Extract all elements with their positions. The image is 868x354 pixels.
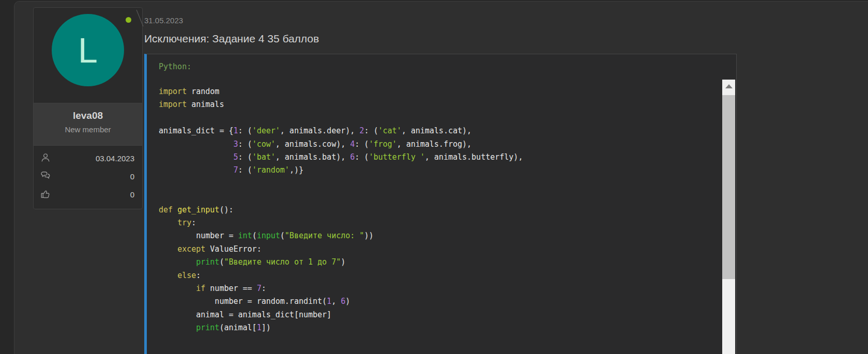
- code-line: else:: [159, 269, 715, 282]
- code-line: [159, 177, 715, 190]
- post-container: L leva08 New member 03.04.2023: [14, 1, 868, 354]
- user-role: New member: [34, 125, 142, 134]
- code-line: except ValueError:: [159, 243, 715, 256]
- username-link[interactable]: leva08: [34, 110, 142, 121]
- code-line: try:: [159, 217, 715, 229]
- code-line: [159, 112, 715, 125]
- code-block: Python: import randomimport animalsanima…: [144, 54, 737, 354]
- scrollbar[interactable]: [722, 80, 735, 354]
- code-line: [159, 190, 715, 203]
- post-title: Исключения: Задание 4 35 баллов: [144, 33, 319, 45]
- code-content[interactable]: import randomimport animalsanimals_dict …: [147, 80, 736, 354]
- member-since-value: 03.04.2023: [96, 154, 134, 163]
- code-line: def get_input():: [159, 204, 715, 217]
- user-stat-row: 03.04.2023: [40, 151, 134, 165]
- user-icon: [40, 152, 51, 165]
- avatar-arrow: [135, 9, 145, 28]
- code-line: animal = animals_dict[number]: [159, 309, 715, 321]
- comments-icon: [40, 171, 52, 183]
- code-language-label: Python:: [159, 62, 191, 71]
- page-background: { "colors": { "accent_blue": "#2e82c6", …: [0, 0, 868, 354]
- username-strip: leva08 New member: [34, 103, 142, 146]
- code-line: import random: [159, 85, 715, 98]
- code-line: print(animal[1]): [159, 321, 715, 334]
- reaction-score: 0: [130, 190, 134, 199]
- scroll-up-arrow-icon: [725, 84, 733, 88]
- user-stats: 03.04.2023 0 0: [34, 146, 142, 202]
- messages-count: 0: [130, 172, 134, 181]
- code-line: 5: ('bat', animals.bat), 6: ('butterfly …: [159, 151, 715, 164]
- user-cell: L leva08 New member 03.04.2023: [33, 7, 143, 209]
- code-line: if number == 7:: [159, 282, 715, 295]
- user-stat-row: 0: [40, 188, 134, 202]
- code-line: import animals: [159, 98, 715, 111]
- scrollbar-thumb[interactable]: [722, 95, 735, 279]
- user-stat-row: 0: [40, 170, 134, 183]
- post-date[interactable]: 31.05.2023: [144, 16, 183, 25]
- code-line: animals_dict = {1: ('deer', animals.deer…: [159, 125, 715, 137]
- code-line: number = int(input("Введите число: ")): [159, 229, 715, 242]
- code-line: print("Введите число от 1 до 7"): [159, 256, 715, 269]
- online-indicator-icon: [126, 17, 131, 23]
- thumbs-up-icon: [40, 189, 51, 201]
- code-header: Python:: [147, 54, 736, 80]
- code-line: number = random.randint(1, 6): [159, 295, 715, 308]
- code-line: 3: ('cow', animals.cow), 4: ('frog', ani…: [159, 138, 715, 151]
- avatar[interactable]: L: [52, 14, 124, 86]
- code-line: 7: ('random',)}: [159, 164, 715, 177]
- avatar-section: L: [34, 8, 142, 103]
